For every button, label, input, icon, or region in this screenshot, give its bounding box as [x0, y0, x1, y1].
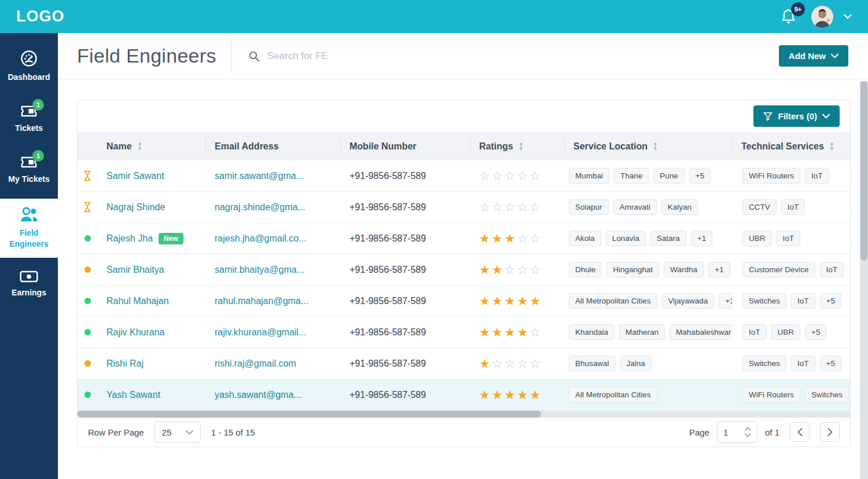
chevron-left-icon — [797, 428, 803, 436]
mobile-number: +91-9856-587-589 — [350, 390, 426, 400]
mobile-number: +91-9856-587-589 — [350, 265, 426, 275]
engineer-name-link[interactable]: Rajesh Jha — [106, 233, 153, 244]
engineer-email-link[interactable]: rajiv.khurana@gmail... — [215, 327, 306, 338]
mobile-number: +91-9856-587-589 — [350, 327, 426, 338]
sidebar-item-earnings[interactable]: Earnings — [0, 263, 58, 307]
engineer-name-link[interactable]: Rishi Raj — [106, 359, 144, 369]
table-row-nagraj-shinde[interactable]: Nagraj Shindenagraj.shinde@gma...+91-985… — [78, 192, 850, 223]
table-row-rajiv-khurana[interactable]: Rajiv Khuranarajiv.khurana@gmail...+91-9… — [78, 317, 850, 348]
location-chip: Wardha — [664, 262, 704, 277]
horizontal-scrollbar[interactable] — [78, 411, 850, 418]
sidebar-item-label: Dashboard — [8, 72, 50, 83]
engineer-email-link[interactable]: samir.bhaitya@gma... — [215, 265, 304, 275]
star-empty-icon: ☆ — [479, 170, 492, 182]
engineer-name-link[interactable]: Nagraj Shinde — [106, 202, 165, 213]
column-header-name[interactable]: Name — [97, 132, 205, 160]
table-row-rahul-mahajan[interactable]: Rahul Mahajanrahul.mahajan@gma...+91-985… — [78, 286, 850, 317]
star-filled-icon: ★ — [479, 295, 492, 307]
sidebar: Dashboard1Tickets1My TicketsField Engine… — [0, 33, 58, 479]
table-row-rishi-raj[interactable]: Rishi Rajrishi.raj@gmail.com+91-9856-587… — [78, 348, 850, 379]
avatar[interactable] — [811, 6, 833, 28]
pending-hourglass-icon — [83, 170, 91, 181]
table-row-samir-bhaitya[interactable]: Samir Bhaityasamir.bhaitya@gma...+91-985… — [78, 254, 850, 286]
add-new-button[interactable]: Add New — [779, 45, 848, 67]
chevron-down-icon — [822, 114, 830, 119]
engineer-email-link[interactable]: yash.sawant@gma... — [215, 390, 301, 400]
engineer-email-link[interactable]: rajesh.jha@gmail.co... — [215, 233, 307, 244]
engineer-name-link[interactable]: Samir Sawant — [106, 171, 164, 181]
location-chip: Khandala — [569, 324, 615, 340]
engineer-email-link[interactable]: rahul.mahajan@gma... — [215, 296, 308, 306]
main-content: Field Engineers Add New — [58, 33, 868, 479]
engineer-email-link[interactable]: nagraj.shinde@gma... — [215, 202, 306, 213]
star-filled-icon: ★ — [492, 326, 505, 338]
engineer-name-link[interactable]: Rajiv Khurana — [106, 327, 165, 338]
star-filled-icon: ★ — [479, 264, 492, 276]
column-header-status — [78, 132, 97, 160]
of-total-text: of 1 — [765, 427, 779, 437]
location-chip[interactable]: +1 — [719, 293, 732, 309]
location-chip: Bhusawal — [569, 356, 616, 371]
pending-hourglass-icon — [83, 202, 91, 213]
table-row-samir-sawant[interactable]: Samir Sawantsamir.sawant@gma...+91-9856-… — [78, 160, 850, 192]
profile-chevron-down-icon[interactable] — [844, 14, 852, 19]
filters-button[interactable]: Filters (0) — [753, 105, 840, 127]
star-empty-icon: ☆ — [517, 201, 529, 213]
rows-per-page-select[interactable]: 25 — [155, 422, 201, 443]
star-empty-icon: ☆ — [517, 357, 529, 370]
chevron-down-icon — [744, 433, 751, 437]
previous-page-button[interactable] — [790, 422, 810, 442]
star-filled-icon: ★ — [529, 389, 542, 401]
sort-icon — [518, 142, 524, 151]
page-number-stepper[interactable] — [744, 427, 751, 437]
table-row-yash-sawant[interactable]: Yash Sawantyash.sawant@gma...+91-9856-58… — [78, 379, 850, 411]
status-dot-icon — [84, 266, 91, 273]
vertical-scrollbar[interactable] — [860, 81, 868, 479]
star-filled-icon: ★ — [517, 295, 529, 307]
page-number-field[interactable] — [723, 427, 738, 437]
service-chip[interactable]: +5 — [820, 293, 841, 309]
mobile-number: +91-9856-587-589 — [350, 233, 426, 244]
engineer-name-link[interactable]: Yash Sawant — [106, 390, 160, 400]
location-chip: Amravati — [613, 199, 657, 215]
service-chip: IoT — [742, 324, 767, 340]
engineer-email-link[interactable]: rishi.raj@gmail.com — [215, 359, 296, 369]
service-chip: IoT — [791, 293, 815, 309]
location-chip: Solapur — [569, 199, 609, 215]
column-label: Email Address — [215, 141, 279, 152]
banknote-icon — [20, 270, 38, 283]
sidebar-item-dashboard[interactable]: Dashboard — [0, 42, 58, 92]
engineer-name-link[interactable]: Rahul Mahajan — [106, 296, 169, 306]
location-chip: Vijayawada — [662, 293, 715, 309]
location-chip[interactable]: +1 — [691, 231, 712, 246]
column-header-service-location[interactable]: Service Location — [564, 132, 732, 160]
sidebar-item-field-engineers[interactable]: Field Engineers — [0, 199, 58, 258]
status-dot-icon — [84, 392, 91, 398]
location-chip: Kalyan — [661, 199, 698, 215]
engineer-email-link[interactable]: samir.sawant@gma... — [215, 171, 304, 181]
vertical-scrollbar-thumb[interactable] — [860, 81, 867, 261]
notifications-button[interactable]: 9+ — [781, 8, 796, 25]
column-header-technical-services[interactable]: Technical Services — [732, 132, 850, 160]
search-input[interactable] — [267, 50, 510, 62]
sidebar-item-tickets[interactable]: 1Tickets — [0, 97, 58, 142]
column-header-ratings[interactable]: Ratings — [470, 132, 564, 160]
rows-per-page-label: Row Per Page — [88, 427, 144, 437]
column-header-mobile-number: Mobile Number — [340, 132, 470, 160]
location-chip: All Metropolitan Cities — [569, 293, 657, 309]
star-filled-icon: ★ — [479, 232, 492, 244]
table-row-rajesh-jha[interactable]: Rajesh JhaNewrajesh.jha@gmail.co...+91-9… — [78, 223, 850, 254]
star-filled-icon: ★ — [529, 295, 542, 307]
location-chip[interactable]: +1 — [708, 262, 730, 277]
horizontal-scrollbar-thumb[interactable] — [78, 411, 541, 418]
status-dot-icon — [84, 235, 91, 242]
service-locations: All Metropolitan Cities — [569, 387, 657, 403]
sidebar-item-my-tickets[interactable]: 1My Tickets — [0, 148, 58, 193]
service-chip[interactable]: +5 — [805, 324, 826, 340]
column-label: Service Location — [573, 141, 648, 152]
location-chip[interactable]: +5 — [689, 168, 711, 184]
engineer-name-link[interactable]: Samir Bhaitya — [106, 265, 164, 275]
service-chip[interactable]: +5 — [820, 356, 841, 371]
star-filled-icon: ★ — [492, 264, 505, 276]
next-page-button[interactable] — [820, 422, 840, 442]
